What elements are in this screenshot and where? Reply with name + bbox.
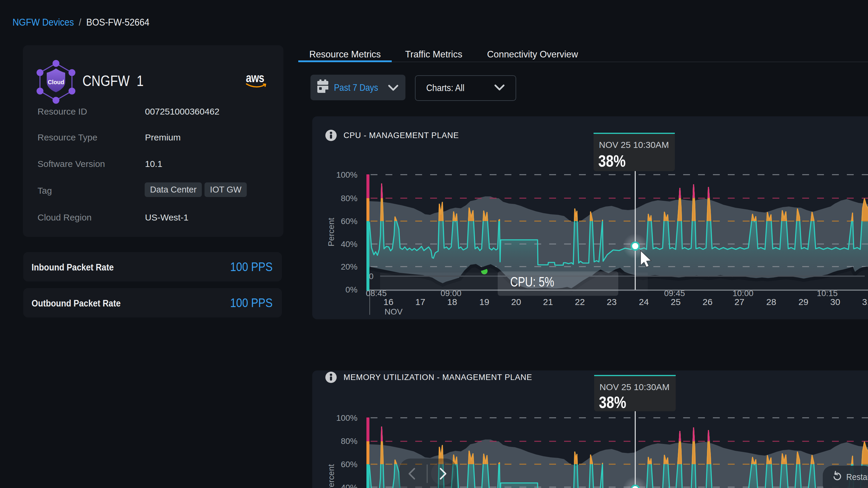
svg-text:22: 22 — [575, 297, 585, 307]
svg-text:100%: 100% — [336, 413, 358, 423]
svg-text:Percent: Percent — [327, 218, 336, 247]
svg-text:21: 21 — [543, 297, 553, 307]
svg-text:0: 0 — [369, 272, 374, 281]
svg-text:CPU: 5%: CPU: 5% — [510, 274, 554, 289]
svg-text:27: 27 — [734, 297, 744, 307]
svg-text:23: 23 — [607, 297, 617, 307]
svg-text:26: 26 — [703, 297, 712, 307]
svg-text:CPU - MANAGEMENT PLANE: CPU - MANAGEMENT PLANE — [343, 131, 459, 140]
svg-text:30: 30 — [830, 297, 840, 307]
svg-text:Percent: Percent — [327, 464, 336, 488]
svg-text:80%: 80% — [341, 436, 358, 446]
svg-text:20: 20 — [511, 297, 521, 307]
svg-text:16: 16 — [383, 297, 393, 307]
svg-text:NOV 25 10:30AM: NOV 25 10:30AM — [599, 382, 670, 392]
svg-text:08:45: 08:45 — [366, 289, 387, 298]
svg-text:09:45: 09:45 — [664, 289, 685, 298]
svg-text:40%: 40% — [341, 239, 358, 249]
svg-text:MEMORY UTILIZATION - MANAGEMEN: MEMORY UTILIZATION - MANAGEMENT PLANE — [343, 373, 532, 382]
svg-text:17: 17 — [415, 297, 425, 307]
svg-text:20%: 20% — [341, 262, 358, 271]
svg-text:19: 19 — [479, 297, 489, 307]
svg-text:28: 28 — [766, 297, 776, 307]
svg-text:18: 18 — [447, 297, 457, 307]
svg-text:09:00: 09:00 — [440, 289, 461, 298]
svg-text:NOV 25 10:30AM: NOV 25 10:30AM — [599, 140, 669, 150]
svg-text:80%: 80% — [341, 194, 358, 203]
svg-text:100%: 100% — [336, 170, 358, 180]
svg-text:NOV: NOV — [384, 307, 403, 316]
svg-text:38%: 38% — [598, 152, 626, 170]
svg-text:40%: 40% — [341, 483, 358, 488]
svg-text:24: 24 — [639, 297, 649, 307]
svg-text:0%: 0% — [346, 285, 358, 294]
svg-text:60%: 60% — [341, 460, 358, 469]
svg-text:38%: 38% — [599, 393, 626, 412]
svg-text:29: 29 — [798, 297, 808, 307]
svg-text:60%: 60% — [341, 217, 358, 226]
svg-text:Restart: Restart — [846, 471, 868, 482]
svg-text:10:00: 10:00 — [733, 289, 753, 298]
svg-text:25: 25 — [671, 297, 680, 307]
svg-text:10:15: 10:15 — [817, 289, 838, 298]
svg-text:31: 31 — [862, 297, 868, 307]
